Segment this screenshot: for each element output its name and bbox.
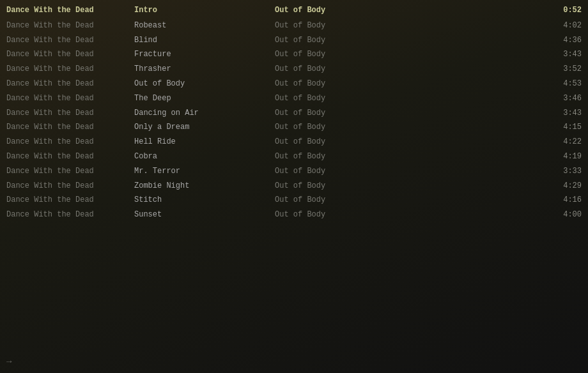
track-row[interactable]: Dance With the DeadSunsetOut of Body4:00	[0, 208, 588, 222]
track-list-header: Dance With the Dead Intro Out of Body 0:…	[0, 0, 588, 19]
track-artist: Dance With the Dead	[6, 151, 134, 162]
footer-arrow: →	[6, 356, 12, 367]
track-album: Out of Body	[275, 108, 543, 119]
track-artist: Dance With the Dead	[6, 49, 134, 60]
track-duration: 3:52	[543, 64, 582, 75]
track-duration: 4:16	[543, 195, 582, 206]
track-row[interactable]: Dance With the DeadThe DeepOut of Body3:…	[0, 91, 588, 106]
track-row[interactable]: Dance With the DeadMr. TerrorOut of Body…	[0, 164, 588, 179]
track-duration: 4:29	[543, 181, 582, 192]
track-title: Out of Body	[134, 79, 275, 89]
track-row[interactable]: Dance With the DeadZombie NightOut of Bo…	[0, 179, 588, 194]
track-duration: 3:46	[543, 93, 582, 104]
track-duration: 3:43	[543, 49, 582, 60]
track-row[interactable]: Dance With the DeadCobraOut of Body4:19	[0, 149, 588, 164]
track-title: Blind	[134, 35, 275, 46]
track-row[interactable]: Dance With the DeadOnly a DreamOut of Bo…	[0, 120, 588, 135]
track-album: Out of Body	[275, 166, 543, 177]
track-album: Out of Body	[275, 151, 543, 162]
track-row[interactable]: Dance With the DeadThrasherOut of Body3:…	[0, 62, 588, 77]
track-list: Dance With the Dead Intro Out of Body 0:…	[0, 0, 588, 222]
track-title: Sunset	[134, 209, 275, 220]
track-row[interactable]: Dance With the DeadDancing on AirOut of …	[0, 106, 588, 121]
header-album: Out of Body	[275, 5, 543, 16]
track-title: Hell Ride	[134, 137, 275, 148]
track-artist: Dance With the Dead	[6, 93, 134, 104]
track-album: Out of Body	[275, 209, 543, 220]
track-artist: Dance With the Dead	[6, 35, 134, 46]
track-album: Out of Body	[275, 79, 543, 89]
track-title: Only a Dream	[134, 122, 275, 133]
track-artist: Dance With the Dead	[6, 166, 134, 177]
track-title: Thrasher	[134, 64, 275, 75]
track-title: Zombie Night	[134, 181, 275, 192]
track-row[interactable]: Dance With the DeadBlindOut of Body4:36	[0, 33, 588, 48]
track-artist: Dance With the Dead	[6, 195, 134, 206]
track-artist: Dance With the Dead	[6, 79, 134, 89]
track-title: Dancing on Air	[134, 108, 275, 119]
track-artist: Dance With the Dead	[6, 122, 134, 133]
track-album: Out of Body	[275, 49, 543, 60]
header-duration: 0:52	[543, 5, 582, 16]
track-artist: Dance With the Dead	[6, 137, 134, 148]
track-title: Fracture	[134, 49, 275, 60]
track-row[interactable]: Dance With the DeadOut of BodyOut of Bod…	[0, 77, 588, 91]
track-duration: 3:43	[543, 108, 582, 119]
track-duration: 3:33	[543, 166, 582, 177]
track-artist: Dance With the Dead	[6, 181, 134, 192]
track-album: Out of Body	[275, 35, 543, 46]
track-title: Robeast	[134, 20, 275, 31]
track-duration: 4:53	[543, 79, 582, 89]
track-album: Out of Body	[275, 20, 543, 31]
track-duration: 4:02	[543, 20, 582, 31]
track-artist: Dance With the Dead	[6, 209, 134, 220]
track-duration: 4:00	[543, 209, 582, 220]
track-row[interactable]: Dance With the DeadFractureOut of Body3:…	[0, 47, 588, 62]
track-row[interactable]: Dance With the DeadStitchOut of Body4:16	[0, 193, 588, 208]
track-artist: Dance With the Dead	[6, 108, 134, 119]
track-row[interactable]: Dance With the DeadHell RideOut of Body4…	[0, 135, 588, 149]
track-album: Out of Body	[275, 64, 543, 75]
track-album: Out of Body	[275, 122, 543, 133]
track-artist: Dance With the Dead	[6, 20, 134, 31]
track-duration: 4:15	[543, 122, 582, 133]
track-artist: Dance With the Dead	[6, 64, 134, 75]
track-row[interactable]: Dance With the DeadRobeastOut of Body4:0…	[0, 19, 588, 33]
track-album: Out of Body	[275, 93, 543, 104]
track-duration: 4:22	[543, 137, 582, 148]
header-title: Intro	[134, 5, 275, 16]
track-title: Cobra	[134, 151, 275, 162]
track-album: Out of Body	[275, 181, 543, 192]
track-title: The Deep	[134, 93, 275, 104]
track-title: Mr. Terror	[134, 166, 275, 177]
track-duration: 4:19	[543, 151, 582, 162]
track-album: Out of Body	[275, 137, 543, 148]
track-album: Out of Body	[275, 195, 543, 206]
track-title: Stitch	[134, 195, 275, 206]
track-duration: 4:36	[543, 35, 582, 46]
header-artist: Dance With the Dead	[6, 5, 134, 16]
